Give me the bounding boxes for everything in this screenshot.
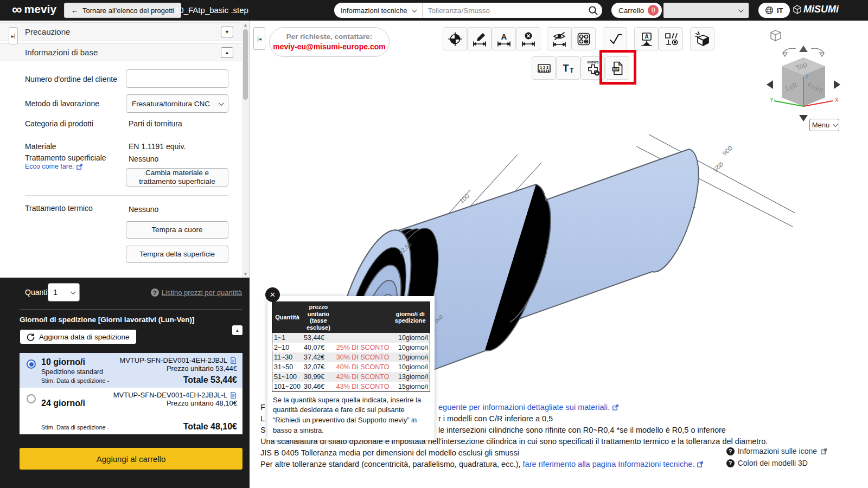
radio-unselected-icon[interactable] [27,394,36,403]
help-icon: ? [151,288,159,297]
collapse-toggle-icon[interactable]: ▲ [232,325,242,335]
quantity-select[interactable]: 1 [48,283,80,301]
tilt-up-icon[interactable] [799,46,808,52]
pan-left-icon[interactable] [767,80,773,89]
rotate-right-icon[interactable] [811,48,824,53]
technical-info-link[interactable]: fare riferimento alla pagina Informazion… [523,460,704,468]
search-category-select[interactable]: Informazioni tecniche [334,3,423,18]
temper-core-button[interactable]: Tempra a cuore [126,221,228,239]
project-select[interactable] [663,3,749,18]
price-list-link[interactable]: ? Listino prezzi per quantità [151,288,242,297]
scroll-down-icon[interactable]: ▼ [242,271,249,278]
close-icon[interactable]: ✕ [265,287,280,302]
price-list-link-label: Listino prezzi per quantità [162,288,242,297]
shaded-view-button[interactable] [690,27,714,50]
home-view-icon[interactable] [771,30,781,41]
category-value: Parti di tornitura [129,119,182,128]
panel-collapse-handle[interactable]: |◂ [253,27,265,50]
panel-expand-handle[interactable]: ▸| [9,27,18,44]
method-select[interactable]: Fresatura/tornitura CNC [126,94,228,113]
datum-target-icon [448,31,463,47]
icons-info-link[interactable]: ? Informazioni sulle icone [726,447,827,455]
search-icon[interactable] [584,5,602,16]
search-input[interactable] [423,7,584,15]
external-link-icon [697,461,704,468]
hole-table-button[interactable] [571,27,596,50]
meviy-logo[interactable]: ∞ meviy [12,3,56,16]
rotate-left-icon[interactable] [783,48,796,53]
section-precauzione-label: Precauzione [25,27,70,36]
note-text: Per altre tolleranze standard (concentri… [260,460,523,468]
help-icon: ? [726,459,735,467]
estimated-date: Stim. Data di spedizione - [41,424,109,431]
update-shipping-date-button[interactable]: Aggiorna data di spedizione [20,329,137,344]
col-discount [335,302,391,333]
datum-target-button[interactable] [443,27,467,50]
pan-right-icon[interactable] [834,80,840,89]
copy-part-number-icon[interactable] [229,391,237,399]
contact-title: Per richieste, contattare: [270,33,389,41]
misumi-logo: MiSUMi [793,4,839,15]
chevron-down-icon [71,289,76,294]
icons-info-label: Informazioni sulle icone [738,447,817,455]
section-informazioni-di-base[interactable]: Informazioni di base ▲ [0,43,242,61]
part-number: MVTUP-SFN-DEV001-4EH-2JBJL-L [113,391,227,399]
materials-info-link[interactable]: eguente per informazioni dettagliate sui… [438,403,619,412]
radio-selected-icon[interactable] [27,359,36,369]
contact-email[interactable]: meviy-eu@misumi-europe.com [270,42,389,51]
search-category-value: Informazioni tecniche [341,7,407,15]
help-icon: ? [726,447,735,455]
divider [20,309,242,310]
hide-dimension-icon [552,31,567,47]
how-to-link[interactable]: Ecco come fare. [25,163,83,170]
unit-price: Prezzo unitario 53,44€ [119,364,237,373]
price-table: Quantità prezzo unitario (tasse escluse)… [272,301,430,392]
surface-check-button[interactable] [603,27,627,50]
text-dimension-button[interactable]: A [492,27,516,50]
geometric-tolerance-button[interactable] [659,27,683,50]
cart-button[interactable]: Carrello 0 [611,3,662,18]
add-to-cart-button[interactable]: Aggiungi al carrello [20,448,242,470]
copy-part-number-icon[interactable] [229,357,237,364]
collapse-toggle-icon[interactable]: ▲ [221,47,233,58]
hole-table-icon [576,31,591,47]
model-colors-label: Colori dei modelli 3D [738,459,808,467]
viewer-menu-label: Menu [812,121,830,129]
edit-dimension-button[interactable] [467,27,492,50]
temper-surface-button[interactable]: Tempra della superficie [126,246,228,263]
tilt-down-icon[interactable] [799,115,808,121]
back-to-projects-button[interactable]: ← Tornare all'elenco dei progetti [64,3,181,18]
model-colors-link[interactable]: ? Colori dei modelli 3D [726,459,827,467]
language-button[interactable]: IT [758,3,790,18]
external-link-icon [76,163,83,170]
price-row: 1~153,44€10giorno/i [272,333,430,343]
collapse-toggle-icon[interactable]: ▼ [221,27,233,37]
text-dimension-icon: A [496,31,512,47]
total-price: Totale 48,10€ [183,422,237,432]
popup-note: Se la quantità supera quella indicata, i… [273,395,431,436]
col-quantity: Quantità [272,302,303,333]
shipping-option-24-days[interactable]: 24 giorno/i MVTUP-SFN-DEV001-4EH-2JBJL-L… [20,388,242,434]
edit-dimension-icon [472,31,487,47]
viewer-menu-button[interactable]: Menu [809,119,839,131]
change-material-label: Cambia materiale e trattamento superfici… [130,169,225,186]
price-panel: Quantità 1 ? Listino prezzi per quantità… [0,278,250,488]
shipping-options: 10 giorno/i Spedizione standard MVTUP-SF… [20,353,242,434]
shipping-option-10-days[interactable]: 10 giorno/i Spedizione standard MVTUP-SF… [20,353,242,388]
scroll-up-icon[interactable]: ▲ [242,22,249,29]
delete-dimension-button[interactable] [516,27,540,50]
hide-dimension-button[interactable] [547,27,571,50]
dim-rear-outer-label: Ø36 [721,145,733,157]
change-material-button[interactable]: Cambia materiale e trattamento superfici… [126,168,228,187]
datum-label-button[interactable]: A [634,27,659,50]
price-row: 31~5032,07€40% DI SCONTO10giorno/i [272,362,430,372]
note-lead: L [260,414,265,423]
section-precauzione[interactable]: Precauzione ▼ [0,22,242,41]
material-value: EN 1.1191 equiv. [129,142,186,151]
scrollbar-thumb[interactable] [243,29,248,100]
sidebar-scrollbar[interactable]: ▲ ▼ [242,22,249,278]
axis-y-label: Y [770,97,774,103]
chevron-down-icon [219,100,224,106]
order-number-input[interactable] [126,69,228,88]
contact-box: Per richieste, contattare: meviy-eu@misu… [269,27,390,57]
